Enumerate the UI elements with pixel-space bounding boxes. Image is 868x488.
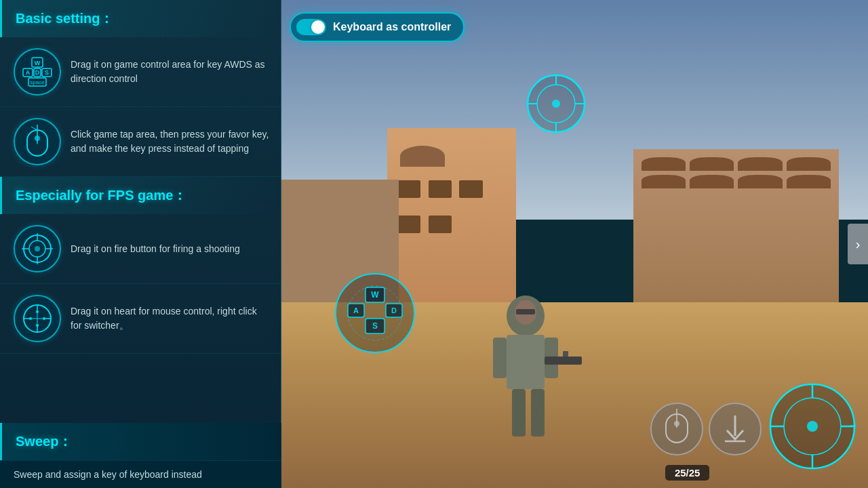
sweep-header: Sweep： xyxy=(0,423,281,460)
svg-point-12 xyxy=(35,136,40,141)
mouse-game-svg xyxy=(650,402,704,456)
basic-setting-header: Basic setting： xyxy=(0,0,281,37)
basic-setting-title: Basic setting： xyxy=(16,9,113,28)
sweep-title: Sweep： xyxy=(16,432,72,451)
svg-text:−: − xyxy=(849,419,856,432)
ammo-overlay xyxy=(708,402,762,459)
svg-point-32 xyxy=(43,317,45,320)
heart-instruction-text: Drag it on heart for mouse control, righ… xyxy=(71,304,270,333)
svg-point-31 xyxy=(29,317,32,320)
svg-text:A: A xyxy=(353,306,359,314)
keyboard-badge-label: Keyboard as controller xyxy=(333,21,451,33)
svg-point-45 xyxy=(552,100,560,108)
svg-text:S: S xyxy=(45,69,49,76)
window1 xyxy=(397,180,420,198)
character-svg xyxy=(458,275,593,479)
svg-point-17 xyxy=(35,246,40,251)
win xyxy=(787,157,831,171)
fps-section-header: Especially for FPS game： xyxy=(0,177,281,214)
ammo-counter: 25/25 xyxy=(665,465,710,481)
sweep-section: Sweep： Sweep and assign a key of keyboar… xyxy=(0,423,281,488)
svg-rect-52 xyxy=(493,338,507,378)
toggle-knob xyxy=(311,20,325,34)
mouse-game-overlay xyxy=(650,402,704,459)
mouse-instruction-text: Click game tap area, then press your fav… xyxy=(71,127,270,156)
fps-section-title: Especially for FPS game： xyxy=(16,186,186,205)
keyboard-badge[interactable]: Keyboard as controller xyxy=(290,12,465,42)
wasd-game-overlay: W A D S xyxy=(334,272,416,357)
svg-point-29 xyxy=(36,310,39,313)
sweep-description: Sweep and assign a key of keyboard inste… xyxy=(0,460,281,488)
mouse-icon-container xyxy=(14,118,61,165)
fire-instruction-text: Drag it on fire button for firing a shoo… xyxy=(71,242,240,256)
svg-text:W: W xyxy=(35,60,41,66)
wasd-icon-container: W A D S space xyxy=(14,48,61,96)
win xyxy=(642,157,686,171)
svg-text:space: space xyxy=(30,79,45,85)
svg-rect-59 xyxy=(516,309,535,314)
heart-instruction-item: Drag it on heart for mouse control, righ… xyxy=(0,284,281,354)
wasd-instruction-item: W A D S space Drag it on game control ar… xyxy=(0,37,281,107)
svg-rect-57 xyxy=(531,389,545,436)
wasd-instruction-text: Drag it on game control area for key AWD… xyxy=(71,58,270,86)
fire-game-svg: − xyxy=(768,382,856,470)
win xyxy=(642,175,686,188)
svg-rect-56 xyxy=(512,389,526,436)
wasd-icon: W A D S space xyxy=(22,56,53,87)
ammo-svg xyxy=(708,402,762,456)
left-panel: Basic setting： W A D S space Drag it on … xyxy=(0,0,281,488)
win xyxy=(738,157,782,171)
svg-text:A: A xyxy=(26,69,31,76)
crosshair-fire-icon xyxy=(20,232,54,266)
aim-crosshair-svg xyxy=(526,73,587,134)
character-figure xyxy=(458,275,593,479)
fire-game-overlay: − xyxy=(768,382,856,473)
building-right-windows xyxy=(633,149,839,197)
svg-rect-54 xyxy=(545,357,582,365)
navigate-right-arrow[interactable]: › xyxy=(848,224,868,264)
wasd-game-svg: W A D S xyxy=(334,272,416,354)
svg-text:W: W xyxy=(371,290,379,300)
win xyxy=(690,157,734,171)
svg-point-30 xyxy=(36,324,39,327)
building-dome xyxy=(400,146,446,167)
mouse-icon xyxy=(24,125,50,159)
window3 xyxy=(459,180,482,198)
mouse-instruction-item: Click game tap area, then press your fav… xyxy=(0,107,281,177)
svg-line-14 xyxy=(31,127,37,130)
crosshair-aim-overlay xyxy=(526,73,587,137)
svg-rect-51 xyxy=(507,335,545,389)
svg-point-70 xyxy=(807,421,818,432)
window4 xyxy=(397,216,420,233)
win xyxy=(690,175,734,188)
window2 xyxy=(429,180,452,198)
window5 xyxy=(429,216,452,233)
svg-text:S: S xyxy=(372,321,378,331)
keyboard-toggle[interactable] xyxy=(296,19,326,35)
crosshair-heart-icon xyxy=(20,302,54,336)
win xyxy=(738,175,782,188)
crosshair-icon-container xyxy=(14,225,61,272)
svg-text:D: D xyxy=(391,306,397,314)
arrow-right-icon: › xyxy=(856,237,861,252)
fire-instruction-item: Drag it on fire button for firing a shoo… xyxy=(0,214,281,284)
svg-rect-55 xyxy=(563,351,568,357)
svg-point-63 xyxy=(674,421,679,426)
win xyxy=(787,175,831,188)
ammo-display: 25/25 xyxy=(675,467,701,479)
game-area: Keyboard as controller W A D S xyxy=(281,0,868,488)
svg-text:D: D xyxy=(35,69,40,76)
crosshair-heart-icon-container xyxy=(14,295,61,342)
building-right xyxy=(633,149,839,303)
